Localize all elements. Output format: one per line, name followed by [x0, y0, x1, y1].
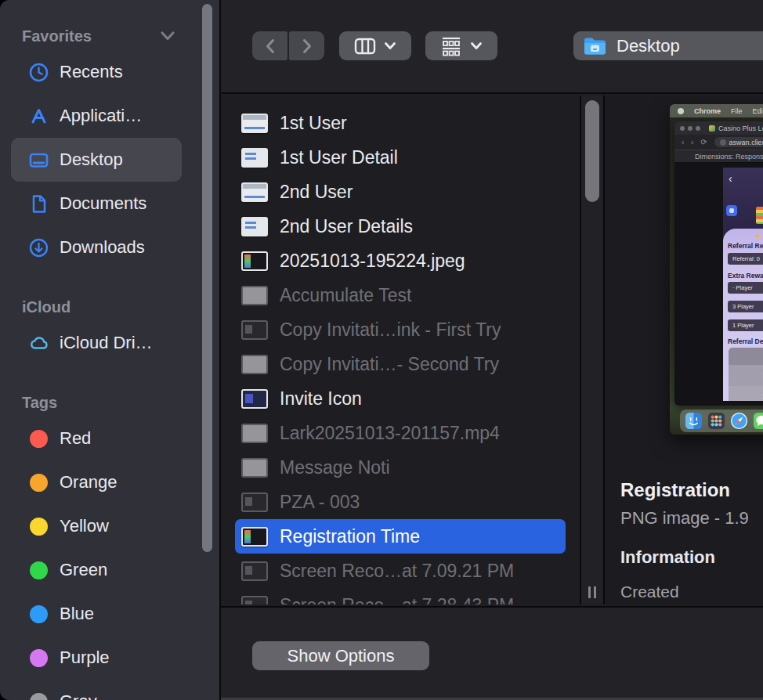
table-row[interactable]: Screen Reco…at 7.09.21 PM: [235, 554, 566, 588]
thumb-url-bar: ‹ › ⟳ aswan.clients.me/h…: [674, 135, 763, 150]
file-thumbnail-icon: [241, 527, 268, 547]
chevron-down-icon[interactable]: [160, 31, 175, 41]
launchpad-icon: [707, 412, 725, 430]
finder-dialog-window: FavoritesRecentsApplicati…DesktopDocumen…: [0, 0, 763, 700]
table-row[interactable]: Lark20251013-201157.mp4: [235, 416, 566, 450]
table-row[interactable]: Accumulate Test: [235, 278, 566, 312]
tag-dot-icon: [30, 605, 48, 623]
file-name-label: Message Noti: [280, 457, 390, 478]
sparkle-icon: ✦: [754, 231, 762, 242]
thumb-referral-table: Player 12******9612******04: [729, 348, 763, 401]
tag-dot-icon: [30, 561, 48, 579]
tag-dot-icon: [30, 649, 48, 667]
file-thumbnail-icon: [241, 251, 268, 271]
file-thumbnail-icon: [241, 320, 268, 340]
devtools-dimensions-label: Dimensions: Responsive: [695, 153, 763, 161]
thumb-section-title: Extra Rewards: [728, 272, 763, 280]
forward-button[interactable]: [289, 31, 324, 60]
chevron-down-icon: [384, 41, 396, 51]
file-name-label: 20251013-195224.jpeg: [280, 251, 465, 272]
sidebar-item-applications[interactable]: Applicati…: [11, 94, 182, 138]
preview-information-header: Information: [620, 547, 715, 568]
file-thumbnail-icon: [241, 182, 268, 202]
table-row[interactable]: Screen Reco…at 7.28.43 PM: [235, 588, 566, 604]
sidebar-item-tag-yellow[interactable]: Yellow: [11, 504, 182, 548]
view-mode-button[interactable]: [339, 31, 411, 60]
sidebar-item-recents[interactable]: Recents: [11, 50, 182, 94]
content-area: 1st User1st User Detail2nd User2nd User …: [221, 96, 763, 604]
app-badge-icon: [726, 205, 737, 216]
thumb-reward-row: 3 Player: [728, 301, 763, 312]
table-row[interactable]: 1st User: [235, 106, 566, 140]
thumb-browser-titlebar: Casino Plus Login & Registe…: [674, 121, 763, 135]
sidebar-scrollbar-thumb[interactable]: [202, 4, 212, 552]
file-name-label: Screen Reco…at 7.09.21 PM: [280, 561, 514, 582]
messages-icon: [753, 412, 763, 430]
apple-logo-icon: [678, 108, 684, 114]
sidebar-item-tag-orange[interactable]: Orange: [11, 460, 182, 504]
table-row[interactable]: Invite Icon: [235, 381, 566, 416]
list-scrollbar-thumb[interactable]: [585, 100, 599, 202]
file-thumbnail-icon: [241, 596, 268, 605]
location-label: Desktop: [617, 36, 680, 56]
sidebar-item-tag-purple[interactable]: Purple: [11, 636, 182, 680]
thumb-browser-content: ‹ ✦ Referral Rewards Referral: 0 Extra R…: [674, 163, 763, 406]
tag-dot-icon: [30, 693, 48, 700]
sidebar-item-label: Documents: [60, 193, 146, 214]
table-row[interactable]: Message Noti: [235, 450, 566, 485]
chevron-down-icon: [470, 41, 483, 51]
sidebar-item-tag-green[interactable]: Green: [11, 548, 182, 592]
thumb-table-row: 12******04: [729, 386, 763, 401]
chevron-right-icon: [301, 38, 313, 55]
group-by-button[interactable]: [425, 31, 497, 60]
column-view-icon: [354, 37, 376, 56]
tag-dot-icon: [30, 518, 48, 536]
table-row[interactable]: 2nd User: [235, 175, 566, 209]
group-view-icon: [440, 36, 462, 56]
document-icon: [28, 193, 49, 215]
table-row[interactable]: Registration Time: [235, 519, 566, 554]
download-icon: [28, 237, 49, 258]
thumb-reward-row: · Player: [728, 282, 763, 294]
sidebar-item-tag-gray[interactable]: Gray: [11, 680, 182, 700]
sidebar-item-label: Gray: [60, 691, 97, 700]
sidebar-item-tag-red[interactable]: Red: [11, 417, 182, 460]
sidebar-item-label: Applicati…: [60, 106, 142, 126]
table-row[interactable]: PZA - 003: [235, 485, 566, 519]
thumb-url-text: aswan.clients.me/h…: [729, 139, 763, 146]
table-row[interactable]: 20251013-195224.jpeg: [235, 244, 566, 278]
sidebar-item-documents[interactable]: Documents: [11, 182, 182, 226]
table-row[interactable]: 2nd User Details: [235, 209, 566, 244]
safari-icon: [730, 412, 748, 430]
sidebar-item-downloads[interactable]: Downloads: [11, 226, 182, 269]
sidebar-item-tag-blue[interactable]: Blue: [11, 592, 182, 636]
location-popup-button[interactable]: Desktop: [573, 31, 763, 60]
thumb-table-header: Player: [729, 348, 763, 365]
sidebar-item-icloud-drive[interactable]: iCloud Dri…: [11, 321, 182, 365]
file-thumbnail-icon: [241, 561, 268, 581]
file-name-label: 1st User: [280, 113, 347, 134]
thumb-app-sheet: ✦ Referral Rewards Referral: 0 Extra Rew…: [723, 229, 763, 401]
sidebar-section-title: iCloud: [22, 293, 175, 321]
thumb-device-viewport: ‹ ✦ Referral Rewards Referral: 0 Extra R…: [723, 168, 763, 401]
desktop-icon: [28, 150, 49, 171]
traffic-light-icon: [688, 126, 692, 131]
thumb-menu-item: File: [731, 107, 743, 115]
sidebar-section-label: Favorites: [22, 27, 92, 45]
thumb-reward-row: 1 Player: [728, 319, 763, 331]
list-scrollbar-track[interactable]: [580, 96, 605, 604]
thumb-section-title: Referral Rewards: [728, 242, 763, 250]
table-row[interactable]: Copy Invitati…- Second Try: [235, 347, 566, 381]
table-row[interactable]: Copy Invitati…ink - First Try: [235, 312, 566, 347]
show-options-button[interactable]: Show Options: [252, 641, 429, 670]
file-name-label: Lark20251013-201157.mp4: [280, 423, 500, 444]
sidebar-section-label: Tags: [22, 394, 57, 412]
column-resize-handle-icon[interactable]: [588, 586, 596, 598]
clock-icon: [28, 62, 49, 83]
back-button[interactable]: [252, 31, 287, 60]
sidebar-sections: FavoritesRecentsApplicati…DesktopDocumen…: [0, 0, 219, 700]
file-thumbnail-icon: [241, 148, 268, 168]
thumb-dock: [680, 410, 763, 432]
table-row[interactable]: 1st User Detail: [235, 140, 566, 175]
sidebar-item-desktop[interactable]: Desktop: [11, 138, 182, 182]
